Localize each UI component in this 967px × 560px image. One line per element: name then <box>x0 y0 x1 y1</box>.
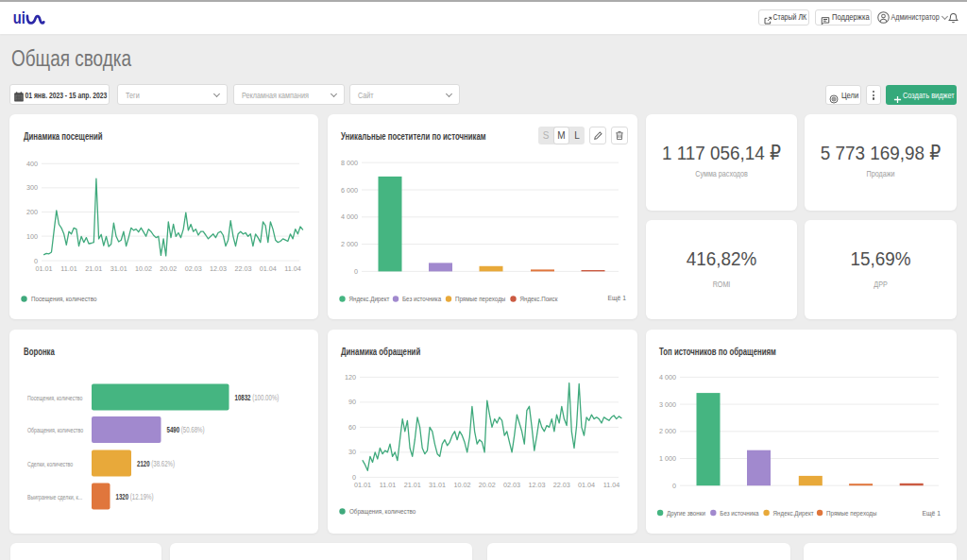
svg-text:Общая сводка: Общая сводка <box>11 45 132 72</box>
svg-text:ui: ui <box>13 8 25 27</box>
